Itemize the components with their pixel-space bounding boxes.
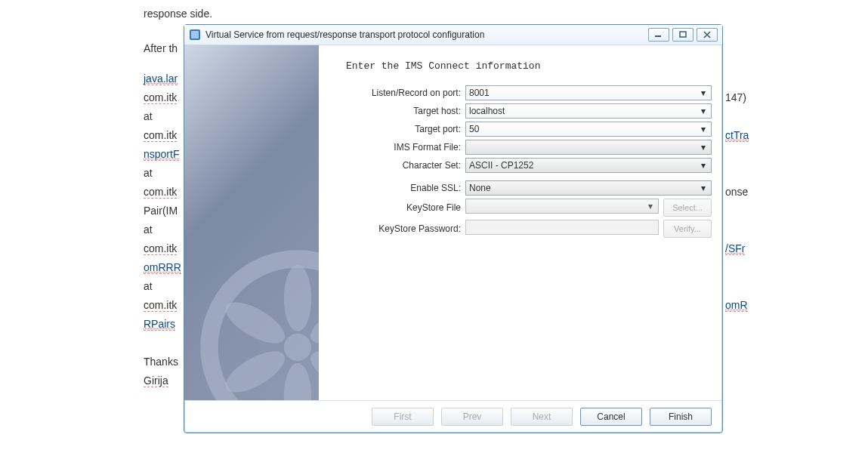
next-button[interactable]: Next	[511, 408, 573, 426]
keystore-password-input	[465, 220, 659, 235]
row-keystore-file: KeyStore File ▾ Select...	[325, 199, 712, 217]
chevron-down-icon: ▾	[699, 183, 708, 193]
svg-rect-1	[191, 31, 199, 39]
app-icon	[189, 29, 201, 41]
close-button[interactable]	[697, 28, 718, 42]
dialog-footer: First Prev Next Cancel Finish	[184, 400, 722, 433]
bg-line: at	[144, 277, 153, 296]
svg-point-5	[284, 265, 311, 331]
bg-line: at	[144, 107, 153, 126]
bg-line: Girija	[144, 371, 168, 390]
target-port-combo[interactable]: 50 ▾	[465, 122, 712, 137]
bg-link[interactable]: nsportF	[144, 148, 179, 161]
svg-rect-3	[680, 32, 686, 37]
form-content: Enter the IMS Connect information Listen…	[319, 45, 722, 400]
chevron-down-icon: ▾	[699, 124, 708, 134]
bg-line: omR	[725, 296, 748, 315]
select-keystore-button: Select...	[663, 199, 712, 217]
bg-line: com.itk	[144, 183, 177, 202]
bg-line: java.lar	[144, 69, 178, 88]
listen-port-combo[interactable]: 8001 ▾	[465, 85, 712, 100]
row-keystore-password: KeyStore Password: Verify...	[325, 220, 712, 238]
svg-rect-2	[655, 35, 661, 37]
svg-point-8	[284, 363, 311, 400]
titlebar[interactable]: Virtual Service from request/response tr…	[184, 25, 722, 45]
prev-button[interactable]: Prev	[441, 408, 503, 426]
bg-line: 147)	[725, 88, 746, 107]
bg-link[interactable]: java.lar	[144, 72, 178, 85]
bg-link[interactable]: omRRR	[144, 261, 181, 274]
bg-line: at	[144, 220, 153, 239]
charset-value: ASCII - CP1252	[469, 160, 533, 171]
bg-line: Thanks	[144, 353, 178, 371]
bg-line: Pair(IM	[144, 202, 178, 220]
maximize-button[interactable]	[672, 28, 693, 42]
label-charset: Character Set:	[325, 160, 465, 171]
dialog-body: Enter the IMS Connect information Listen…	[184, 45, 722, 400]
form-heading: Enter the IMS Connect information	[346, 60, 712, 72]
bg-link[interactable]: /SFr	[725, 242, 745, 255]
bg-link[interactable]: ctTra	[725, 129, 749, 142]
row-ims-format: IMS Format File: ▾	[325, 140, 712, 155]
bg-line: /SFr	[725, 239, 745, 258]
verify-keystore-button: Verify...	[663, 220, 712, 238]
bg-line: com.itk	[144, 296, 177, 315]
charset-combo[interactable]: ASCII - CP1252 ▾	[465, 158, 712, 173]
bg-line: After th	[144, 39, 178, 58]
chevron-down-icon: ▾	[646, 201, 655, 211]
wizard-dialog: Virtual Service from request/response tr…	[184, 24, 723, 433]
bg-link[interactable]: omR	[725, 299, 748, 312]
bg-line: onse	[725, 183, 748, 202]
listen-port-value: 8001	[469, 88, 490, 98]
label-keystore-password: KeyStore Password:	[325, 223, 465, 234]
bg-line: at	[144, 164, 153, 183]
bg-line: omRRR	[144, 258, 181, 277]
decorative-graphic	[199, 249, 319, 400]
chevron-down-icon: ▾	[699, 106, 708, 116]
bg-line: com.itk	[144, 239, 177, 258]
row-listen-port: Listen/Record on port: 8001 ▾	[325, 85, 712, 100]
enable-ssl-value: None	[469, 183, 491, 193]
cancel-button[interactable]: Cancel	[580, 408, 642, 426]
svg-point-11	[284, 334, 311, 361]
label-listen-port: Listen/Record on port:	[325, 88, 465, 98]
target-host-value: localhost	[469, 106, 505, 116]
bg-line: response side.	[144, 5, 212, 23]
label-keystore-file: KeyStore File	[325, 202, 465, 213]
bg-line: RPairs	[144, 315, 175, 334]
bg-line: ctTra	[725, 126, 749, 145]
minimize-button[interactable]	[648, 28, 669, 42]
bg-line: nsportF	[144, 145, 179, 164]
chevron-down-icon: ▾	[699, 160, 708, 171]
label-target-host: Target host:	[325, 106, 465, 116]
row-charset: Character Set: ASCII - CP1252 ▾	[325, 158, 712, 173]
wizard-sidebar	[184, 45, 319, 400]
target-host-combo[interactable]: localhost ▾	[465, 103, 712, 119]
row-target-host: Target host: localhost ▾	[325, 103, 712, 119]
finish-button[interactable]: Finish	[650, 408, 712, 426]
ims-format-combo[interactable]: ▾	[465, 140, 712, 155]
label-enable-ssl: Enable SSL:	[325, 183, 465, 193]
page-root: response side. After th java.lar com.itk…	[0, 0, 868, 456]
chevron-down-icon: ▾	[699, 88, 708, 98]
chevron-down-icon: ▾	[699, 142, 708, 153]
bg-line: com.itk	[144, 88, 177, 107]
label-target-port: Target port:	[325, 124, 465, 134]
enable-ssl-combo[interactable]: None ▾	[465, 180, 712, 196]
row-target-port: Target port: 50 ▾	[325, 122, 712, 137]
row-enable-ssl: Enable SSL: None ▾	[325, 180, 712, 196]
target-port-value: 50	[469, 124, 479, 134]
keystore-file-combo: ▾	[465, 199, 659, 214]
bg-link[interactable]: RPairs	[144, 318, 175, 331]
first-button[interactable]: First	[372, 408, 434, 426]
dialog-title: Virtual Service from request/response tr…	[205, 29, 648, 40]
label-ims-format: IMS Format File:	[325, 142, 465, 153]
bg-line: com.itk	[144, 126, 177, 145]
window-controls	[648, 28, 718, 42]
